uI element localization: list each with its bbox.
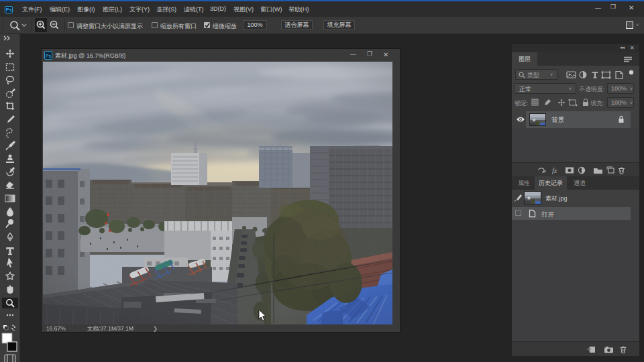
svg-text:Ps: Ps: [46, 54, 52, 58]
svg-text:fx: fx: [552, 167, 557, 174]
